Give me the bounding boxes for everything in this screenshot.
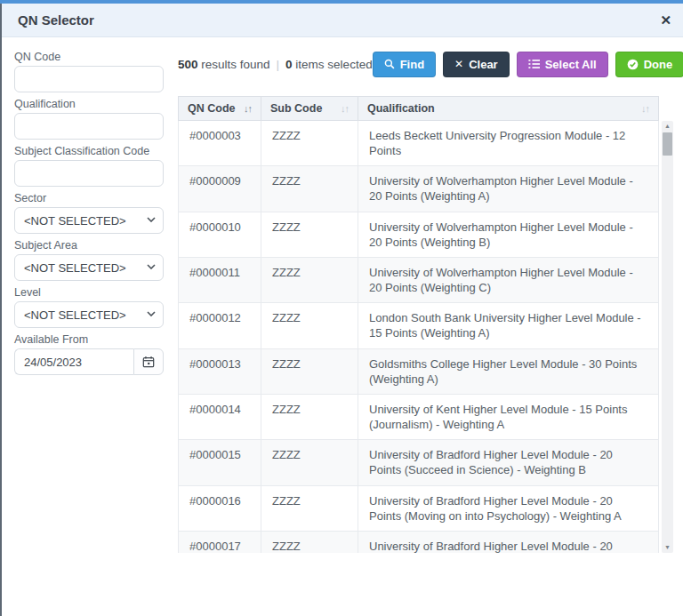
available-from-input[interactable] — [14, 348, 133, 375]
sort-icon: ↓↑ — [641, 103, 649, 114]
sector-label: Sector — [14, 193, 164, 204]
level-select[interactable]: <NOT SELECTED> — [14, 301, 164, 328]
table-row[interactable]: #0000012 ZZZZ London South Bank Universi… — [179, 303, 659, 348]
cell-sub-code: ZZZZ — [261, 485, 358, 531]
calendar-icon[interactable] — [133, 348, 164, 375]
results-area: 500 results found|0 items selected Find … — [178, 50, 669, 78]
subject-area-label: Subject Area — [14, 240, 164, 252]
find-button[interactable]: Find — [373, 52, 436, 77]
table-row[interactable]: #0000015 ZZZZ University of Bradford Hig… — [179, 440, 659, 485]
filter-panel: QN Code Qualification Subject Classifica… — [14, 52, 164, 381]
qualification-input[interactable] — [14, 113, 164, 140]
cell-qualification: University of Bradford Higher Level Modu… — [358, 440, 659, 485]
cell-qn-code: #0000003 — [179, 121, 261, 166]
results-table: QN Code ↓↑ Sub Code ↓↑ Qualification ↓↑ … — [178, 96, 659, 553]
table-header-row: QN Code ↓↑ Sub Code ↓↑ Qualification ↓↑ — [179, 97, 659, 121]
cell-qn-code: #0000011 — [179, 257, 261, 302]
qn-code-label: QN Code — [14, 52, 164, 63]
cell-qualification: University of Wolverhampton Higher Level… — [358, 257, 659, 302]
close-icon[interactable]: ✕ — [660, 4, 671, 37]
cell-qualification: Goldsmiths College Higher Level Module -… — [358, 348, 659, 394]
cell-sub-code: ZZZZ — [261, 440, 358, 485]
subject-classification-code-label: Subject Classification Code — [14, 146, 164, 157]
summary-divider: | — [277, 58, 280, 71]
cell-qualification: University of Wolverhampton Higher Level… — [358, 166, 659, 212]
column-header-qn-code[interactable]: QN Code ↓↑ — [179, 97, 261, 121]
clear-button[interactable]: ✕ Clear — [443, 52, 510, 77]
modal-title: QN Selector — [18, 4, 94, 37]
cell-qn-code: #0000010 — [179, 212, 261, 257]
table-scrollbar[interactable]: ▲ ▼ — [662, 121, 673, 553]
table-row[interactable]: #0000010 ZZZZ University of Wolverhampto… — [179, 212, 659, 257]
page-left-edge — [0, 0, 2, 616]
cell-qualification: University of Bradford Higher Level Modu… — [358, 485, 659, 531]
subject-area-select[interactable]: <NOT SELECTED> — [14, 254, 164, 281]
cell-qn-code: #0000013 — [179, 348, 261, 394]
level-label: Level — [14, 287, 164, 299]
table-row[interactable]: #0000009 ZZZZ University of Wolverhampto… — [179, 166, 659, 212]
selected-count: 0 — [285, 58, 293, 71]
table-row[interactable]: #0000017 ZZZZ University of Bradford Hig… — [179, 531, 659, 553]
sort-icon: ↓↑ — [341, 103, 349, 114]
cell-sub-code: ZZZZ — [261, 166, 358, 212]
table-row[interactable]: #0000016 ZZZZ University of Bradford Hig… — [179, 485, 659, 531]
check-circle-icon — [627, 59, 639, 70]
results-count: 500 — [178, 58, 198, 71]
table-row[interactable]: #0000003 ZZZZ Leeds Beckett University P… — [179, 121, 659, 166]
cell-sub-code: ZZZZ — [261, 212, 358, 257]
modal-header: QN Selector ✕ — [0, 4, 683, 37]
scroll-down-icon[interactable]: ▼ — [662, 542, 673, 553]
sort-asc-icon: ↓↑ — [244, 103, 252, 114]
available-from-label: Available From — [14, 334, 164, 346]
cell-qn-code: #0000016 — [179, 485, 261, 531]
table-row[interactable]: #0000014 ZZZZ University of Kent Higher … — [179, 394, 659, 439]
results-bar: 500 results found|0 items selected Find … — [178, 50, 669, 78]
cell-qn-code: #0000012 — [179, 303, 261, 348]
cell-sub-code: ZZZZ — [261, 121, 358, 166]
cell-sub-code: ZZZZ — [261, 303, 358, 348]
search-icon — [384, 59, 395, 69]
scrollbar-thumb[interactable] — [663, 132, 672, 156]
x-icon: ✕ — [454, 58, 463, 70]
cell-qn-code: #0000017 — [179, 531, 261, 553]
done-button[interactable]: Done — [615, 52, 683, 77]
cell-sub-code: ZZZZ — [261, 394, 358, 439]
scroll-up-icon[interactable]: ▲ — [662, 121, 673, 132]
cell-qualification: University of Wolverhampton Higher Level… — [358, 212, 659, 257]
qualification-label: Qualification — [14, 99, 164, 110]
results-summary: 500 results found|0 items selected — [178, 58, 373, 71]
table-row[interactable]: #0000013 ZZZZ Goldsmiths College Higher … — [179, 348, 659, 394]
column-header-qualification[interactable]: Qualification ↓↑ — [358, 97, 659, 121]
cell-qualification: University of Kent Higher Level Module -… — [358, 394, 659, 439]
cell-qualification: London South Bank University Higher Leve… — [358, 303, 659, 348]
table-body: #0000003 ZZZZ Leeds Beckett University P… — [179, 121, 659, 554]
cell-qn-code: #0000009 — [179, 166, 261, 212]
modal-top-accent-strip — [0, 0, 683, 4]
sector-select[interactable]: <NOT SELECTED> — [14, 207, 164, 234]
cell-sub-code: ZZZZ — [261, 257, 358, 302]
qn-code-input[interactable] — [14, 66, 164, 92]
cell-qn-code: #0000015 — [179, 440, 261, 485]
subject-classification-code-input[interactable] — [14, 160, 164, 187]
cell-qn-code: #0000014 — [179, 394, 261, 439]
select-all-button[interactable]: Select All — [517, 52, 608, 77]
cell-sub-code: ZZZZ — [261, 531, 358, 553]
cell-qualification: University of Bradford Higher Level Modu… — [358, 531, 659, 553]
cell-qualification: Leeds Beckett University Progression Mod… — [358, 121, 659, 166]
results-table-container: QN Code ↓↑ Sub Code ↓↑ Qualification ↓↑ … — [178, 96, 659, 553]
table-row[interactable]: #0000011 ZZZZ University of Wolverhampto… — [179, 257, 659, 302]
list-icon — [528, 59, 540, 69]
column-header-sub-code[interactable]: Sub Code ↓↑ — [261, 97, 358, 121]
cell-sub-code: ZZZZ — [261, 348, 358, 394]
